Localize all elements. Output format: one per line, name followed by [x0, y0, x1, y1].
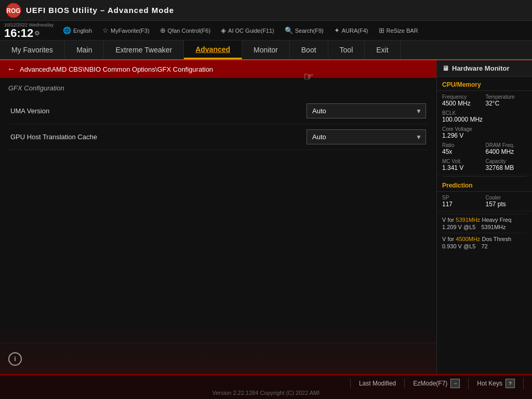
config-rows: UMA Version Auto 1 2 ▼ GPU Host Translat… — [0, 96, 436, 152]
back-arrow-icon[interactable]: ← — [7, 64, 16, 74]
dos-thresh-label: Dos Thresh — [482, 236, 511, 242]
last-modified-label: Last Modified — [359, 380, 396, 387]
v4500-value1: 0.930 V @L5 — [442, 243, 475, 249]
hw-mc-volt: MC Volt. 1.341 V — [442, 158, 484, 171]
favorite-icon: ☆ — [102, 26, 109, 34]
qfan-icon: ⊕ — [160, 26, 166, 34]
last-modified-button[interactable]: Last Modified — [350, 379, 405, 388]
toolbar-aura[interactable]: ✦ AURA(F4) — [330, 24, 373, 36]
settings-icon[interactable]: ⚙ — [34, 30, 40, 37]
nav-tool[interactable]: Tool — [328, 41, 365, 59]
config-row-gpu-host: GPU Host Translation Cache Auto Enabled … — [8, 124, 428, 150]
prediction-4500: V for 4500MHz Dos Thresh 0.930 V @L5 72 — [442, 233, 527, 252]
hw-bclk: BCLK 100.0000 MHz — [442, 110, 527, 123]
toolbar-language[interactable]: 🌐 English — [59, 24, 96, 36]
gpu-host-label: GPU Host Translation Cache — [10, 133, 307, 141]
toolbar-search[interactable]: 🔍 Search(F9) — [281, 24, 328, 36]
nav-main[interactable]: Main — [65, 41, 104, 59]
toolbar-myfavorite[interactable]: ☆ MyFavorite(F3) — [98, 24, 154, 36]
heavy-freq-label: Heavy Freq — [482, 217, 511, 223]
hw-dram-freq: DRAM Freq. 6400 MHz — [486, 142, 527, 155]
svg-text:ROG: ROG — [6, 7, 20, 15]
nav-extreme-tweaker[interactable]: Extreme Tweaker — [104, 41, 184, 59]
nav-menu: My Favorites Main Extreme Tweaker Advanc… — [0, 41, 532, 60]
hw-monitor-title: 🖥 Hardware Monitor — [437, 60, 532, 77]
toolbar-qfan[interactable]: ⊕ Qfan Control(F6) — [156, 24, 215, 36]
breadcrumb-path: Advanced\AMD CBS\NBIO Common Options\GFX… — [20, 65, 213, 73]
ez-mode-button[interactable]: EzMode(F7) → — [405, 378, 469, 389]
hardware-monitor-panel: 🖥 Hardware Monitor CPU/Memory Frequency … — [436, 60, 532, 374]
section-title: GFX Configuration — [0, 78, 436, 96]
ez-mode-icon: → — [450, 379, 460, 388]
toolbar-resize[interactable]: ⊞ ReSize BAR — [375, 24, 422, 36]
aura-icon: ✦ — [334, 26, 340, 34]
uma-version-select[interactable]: Auto 1 2 — [307, 103, 426, 118]
prediction-v-section: V for 5391MHz Heavy Freq 1.209 V @L5 539… — [437, 211, 532, 255]
v5391-value1: 1.209 V @L5 — [442, 224, 475, 230]
app-title: UEFI BIOS Utility – Advanced Mode — [26, 6, 174, 15]
prediction-title: Prediction — [437, 178, 532, 192]
v5391-value2: 5391MHz — [481, 224, 506, 230]
content-area: ← Advanced\AMD CBS\NBIO Common Options\G… — [0, 60, 436, 374]
uma-version-select-wrapper: Auto 1 2 ▼ — [307, 103, 426, 118]
breadcrumb: ← Advanced\AMD CBS\NBIO Common Options\G… — [0, 60, 436, 78]
datetime-time: 16:12 — [4, 28, 33, 39]
gpu-host-select-wrapper: Auto Enabled Disabled ▼ — [307, 129, 426, 144]
hw-temperature: Temperature 32°C — [486, 94, 527, 107]
rog-logo-icon: ROG — [5, 2, 22, 19]
footer-buttons: Last Modified EzMode(F7) → Hot Keys ? — [0, 377, 532, 390]
hw-ratio: Ratio 45x — [442, 142, 484, 155]
datetime-block: 10/12/2022 Wednesday 16:12 ⚙ — [4, 22, 54, 39]
toolbar-aioc[interactable]: ◈ AI OC Guide(F11) — [217, 24, 278, 36]
info-bar: i — [0, 343, 436, 374]
nav-advanced[interactable]: Advanced — [184, 41, 242, 59]
toolbar: 10/12/2022 Wednesday 16:12 ⚙ 🌐 English ☆… — [0, 21, 532, 41]
cpu-memory-title: CPU/Memory — [437, 77, 532, 91]
header-bar: ROG UEFI BIOS Utility – Advanced Mode — [0, 0, 532, 21]
nav-boot[interactable]: Boot — [290, 41, 328, 59]
cpu-memory-grid: Frequency 4500 MHz Temperature 32°C BCLK… — [437, 91, 532, 175]
hw-capacity: Capacity 32768 MB — [486, 158, 527, 171]
hw-frequency: Frequency 4500 MHz — [442, 94, 484, 107]
footer-version: Version 2.22.1284 Copyright (C) 2022 AMI — [0, 390, 532, 397]
info-icon: i — [8, 352, 22, 366]
hw-sp: SP 117 — [442, 195, 484, 208]
ez-mode-label: EzMode(F7) — [413, 380, 447, 387]
gpu-host-select[interactable]: Auto Enabled Disabled — [307, 129, 426, 144]
prediction-grid: SP 117 Cooler 157 pts — [437, 192, 532, 211]
v4500-value2: 72 — [481, 243, 487, 249]
language-icon: 🌐 — [63, 26, 71, 34]
nav-monitor[interactable]: Monitor — [242, 41, 290, 59]
hw-cooler: Cooler 157 pts — [486, 195, 527, 208]
resize-icon: ⊞ — [379, 26, 384, 34]
search-icon: 🔍 — [285, 26, 293, 34]
prediction-5391: V for 5391MHz Heavy Freq 1.209 V @L5 539… — [442, 214, 527, 233]
nav-exit[interactable]: Exit — [365, 41, 400, 59]
freq-5391-label: 5391MHz — [456, 217, 480, 223]
hw-core-voltage: Core Voltage 1.296 V — [442, 126, 527, 139]
nav-my-favorites[interactable]: My Favorites — [0, 41, 65, 59]
hot-keys-button[interactable]: Hot Keys ? — [469, 378, 524, 389]
hw-divider — [442, 176, 527, 177]
freq-4500-label: 4500MHz — [456, 236, 480, 242]
ai-icon: ◈ — [221, 26, 226, 34]
config-row-uma: UMA Version Auto 1 2 ▼ — [8, 98, 428, 124]
footer: Last Modified EzMode(F7) → Hot Keys ? Ve… — [0, 374, 532, 399]
hot-keys-icon: ? — [506, 379, 515, 388]
monitor-icon: 🖥 — [442, 64, 449, 72]
hot-keys-label: Hot Keys — [477, 380, 502, 387]
uma-version-label: UMA Version — [10, 107, 307, 115]
rog-logo-area: ROG — [5, 2, 22, 19]
